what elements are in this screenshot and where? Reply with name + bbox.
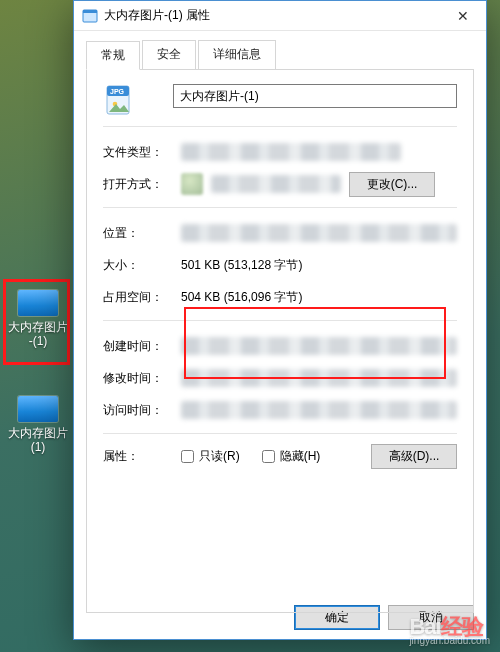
desktop-file-label: 大内存图片 <box>8 426 68 440</box>
jpg-file-icon: JPG <box>103 84 135 116</box>
divider <box>103 126 457 127</box>
value-size: 501 KB (513,128 字节) <box>181 257 302 274</box>
window-app-icon <box>82 8 98 24</box>
tab-general[interactable]: 常规 <box>86 41 140 70</box>
value-size-on-disk: 504 KB (516,096 字节) <box>181 289 302 306</box>
desktop-file-label-suffix: -(1) <box>29 334 48 348</box>
label-size-on-disk: 占用空间： <box>103 289 181 306</box>
watermark-sub: jingyan.baidu.com <box>409 636 490 646</box>
desktop-background: 大内存图片 -(1) 大内存图片 (1) 大内存图片-(1) 属性 ✕ 常规 安… <box>0 0 500 652</box>
readonly-checkbox-input[interactable] <box>181 450 194 463</box>
close-button[interactable]: ✕ <box>440 1 486 31</box>
tab-strip: 常规 安全 详细信息 <box>86 40 474 69</box>
readonly-checkbox[interactable]: 只读(R) <box>181 448 240 465</box>
file-thumbnail-icon <box>18 396 58 422</box>
desktop-file-label-suffix: (1) <box>31 440 46 454</box>
value-file-type <box>181 143 401 161</box>
change-opens-with-button[interactable]: 更改(C)... <box>349 172 435 197</box>
desktop-file-other[interactable]: 大内存图片 (1) <box>8 396 68 454</box>
tab-panel-general: JPG 文件类型： 打开方式： 更改(C)... <box>86 69 474 613</box>
value-opens-with <box>211 175 341 193</box>
label-file-type: 文件类型： <box>103 144 181 161</box>
divider <box>103 433 457 434</box>
label-created: 创建时间： <box>103 338 181 355</box>
file-name-input[interactable] <box>173 84 457 108</box>
window-title: 大内存图片-(1) 属性 <box>104 7 440 24</box>
file-thumbnail-icon <box>18 290 58 316</box>
watermark: Bai经验 jingyan.baidu.com <box>409 618 490 646</box>
hidden-checkbox-input[interactable] <box>262 450 275 463</box>
value-modified <box>181 369 457 387</box>
readonly-checkbox-label: 只读(R) <box>199 448 240 465</box>
hidden-checkbox-label: 隐藏(H) <box>280 448 321 465</box>
tab-security[interactable]: 安全 <box>142 40 196 69</box>
svg-rect-1 <box>83 10 97 13</box>
divider <box>103 207 457 208</box>
desktop-file-label: 大内存图片 <box>8 320 68 334</box>
desktop-file-selected[interactable]: 大内存图片 -(1) <box>8 290 68 348</box>
opens-with-app-icon <box>181 173 203 195</box>
value-location <box>181 224 457 242</box>
svg-text:JPG: JPG <box>110 88 125 95</box>
hidden-checkbox[interactable]: 隐藏(H) <box>262 448 321 465</box>
label-accessed: 访问时间： <box>103 402 181 419</box>
label-opens-with: 打开方式： <box>103 176 181 193</box>
divider <box>103 320 457 321</box>
properties-window: 大内存图片-(1) 属性 ✕ 常规 安全 详细信息 JPG <box>73 0 487 640</box>
advanced-attributes-button[interactable]: 高级(D)... <box>371 444 457 469</box>
label-size: 大小： <box>103 257 181 274</box>
value-created <box>181 337 457 355</box>
label-modified: 修改时间： <box>103 370 181 387</box>
value-accessed <box>181 401 457 419</box>
label-location: 位置： <box>103 225 181 242</box>
label-attributes: 属性： <box>103 448 181 465</box>
titlebar[interactable]: 大内存图片-(1) 属性 ✕ <box>74 1 486 31</box>
close-icon: ✕ <box>457 8 469 24</box>
tab-details[interactable]: 详细信息 <box>198 40 276 69</box>
